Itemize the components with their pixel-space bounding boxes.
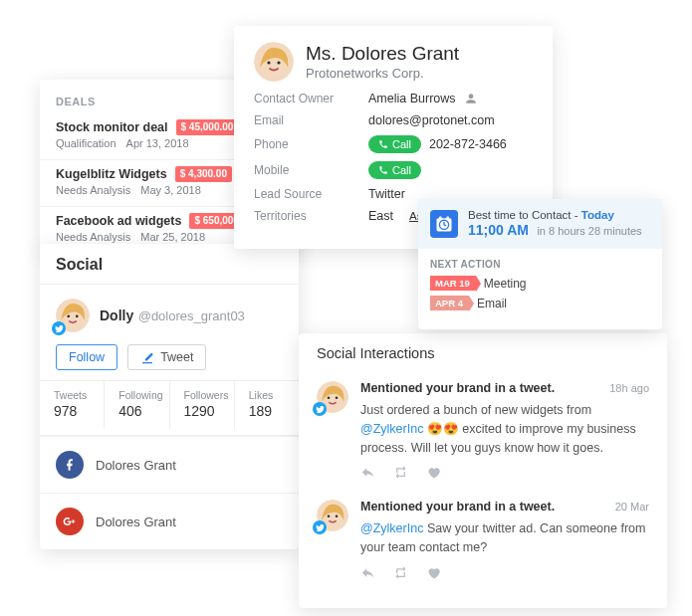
- avatar: [254, 42, 294, 82]
- twitter-display-name: Dolly: [100, 308, 133, 323]
- google-name: Dolores Grant: [96, 514, 176, 529]
- contact-phone: 202-872-3466: [429, 137, 507, 151]
- social-google-row[interactable]: Dolores Grant: [40, 493, 299, 549]
- contact-name: Ms. Dolores Grant: [306, 43, 459, 65]
- follow-button[interactable]: Follow: [56, 344, 117, 370]
- deal-date: May 3, 2018: [140, 184, 201, 196]
- deal-stage: Qualification: [56, 137, 116, 149]
- deal-date: Mar 25, 2018: [140, 231, 205, 243]
- best-time-today: Today: [581, 209, 614, 221]
- social-heading: Social: [40, 244, 299, 285]
- deal-stage: Needs Analysis: [56, 184, 130, 196]
- twitter-icon: [313, 520, 327, 534]
- like-icon[interactable]: [426, 565, 441, 580]
- facebook-icon: [56, 451, 84, 479]
- field-label-lead-source: Lead Source: [254, 187, 368, 201]
- retweet-icon[interactable]: [393, 565, 408, 580]
- field-label-mobile: Mobile: [254, 163, 368, 177]
- deal-amount-badge: $ 4,300.00: [175, 166, 232, 182]
- best-time-label: Best time to Contact -: [468, 209, 581, 221]
- next-action-item[interactable]: APR 4 Email: [430, 296, 650, 310]
- alarm-clock-icon: [430, 210, 458, 238]
- next-action-text: Email: [477, 297, 507, 310]
- best-time-sub: in 8 hours 28 minutes: [537, 225, 641, 237]
- tweet-heading: Mentioned your brand in a tweet.: [360, 500, 555, 513]
- stat-following[interactable]: Following 406: [105, 381, 169, 429]
- phone-icon: [378, 139, 388, 149]
- contact-lead-source: Twitter: [368, 187, 405, 201]
- like-icon[interactable]: [426, 465, 441, 480]
- twitter-icon: [52, 321, 66, 335]
- mention-link[interactable]: @ZylkerInc: [360, 422, 423, 436]
- tweet-text: Just ordered a bunch of new widgets from…: [360, 401, 649, 457]
- contact-company: Protonetworks Corp.: [306, 66, 459, 81]
- field-label-territories: Territories: [254, 209, 368, 223]
- avatar: [317, 381, 348, 413]
- tweet-button-label: Tweet: [160, 350, 193, 364]
- tweet-item: Mentioned your brand in a tweet. 18h ago…: [317, 373, 649, 492]
- stat-likes[interactable]: Likes 189: [235, 381, 299, 429]
- tweet-text: @ZylkerInc Saw your twitter ad. Can some…: [360, 519, 649, 557]
- twitter-icon: [313, 402, 327, 416]
- tweet-heading: Mentioned your brand in a tweet.: [360, 381, 555, 395]
- contact-owner: Amelia Burrows: [368, 92, 456, 105]
- avatar: [56, 299, 90, 332]
- reply-icon[interactable]: [360, 565, 375, 580]
- best-time-value: 11;00 AM: [468, 222, 529, 238]
- contact-email: dolores@protonet.com: [368, 113, 495, 127]
- phone-icon: [378, 165, 388, 175]
- deal-name: Kugelblitz Widgets: [56, 167, 167, 181]
- date-flag: APR 4: [430, 296, 469, 310]
- deal-stage: Needs Analysis: [56, 231, 130, 243]
- tweet-time: 18h ago: [609, 382, 649, 394]
- field-label-email: Email: [254, 113, 368, 127]
- next-action-heading: NEXT ACTION: [430, 259, 650, 270]
- field-label-owner: Contact Owner: [254, 92, 368, 105]
- date-flag: MAR 19: [430, 276, 476, 291]
- social-twitter-box: Dolly @dolores_grant03 Follow Tweet Twee…: [40, 285, 299, 436]
- deal-name: Stock monitor deal: [56, 120, 168, 134]
- stat-followers[interactable]: Followers 1290: [170, 381, 235, 429]
- call-button-mobile[interactable]: Call: [368, 161, 421, 179]
- social-card: Social Dolly @dolores_grant03 Follow Twe…: [40, 244, 299, 549]
- contact-territories: East: [368, 209, 393, 223]
- field-label-phone: Phone: [254, 137, 368, 151]
- social-interactions-heading: Social Interactions: [317, 345, 649, 361]
- google-plus-icon: [56, 508, 84, 535]
- twitter-handle: @dolores_grant03: [138, 308, 245, 323]
- compose-icon: [140, 350, 154, 364]
- avatar: [317, 500, 348, 531]
- retweet-icon[interactable]: [393, 465, 408, 480]
- reply-icon[interactable]: [360, 465, 375, 480]
- deal-date: Apr 13, 2018: [126, 137, 189, 149]
- mention-link[interactable]: @ZylkerInc: [360, 521, 423, 535]
- person-icon: [464, 92, 478, 105]
- next-action-text: Meeting: [484, 277, 527, 291]
- social-facebook-row[interactable]: Dolores Grant: [40, 436, 299, 493]
- social-interactions-card: Social Interactions Mentioned your brand…: [299, 333, 667, 608]
- tweet-time: 20 Mar: [615, 501, 649, 513]
- stat-tweets[interactable]: Tweets 978: [40, 381, 105, 429]
- facebook-name: Dolores Grant: [96, 458, 176, 473]
- deal-name: Facebook ad widgets: [56, 214, 181, 228]
- tweet-button[interactable]: Tweet: [127, 344, 206, 370]
- tweet-item: Mentioned your brand in a tweet. 20 Mar …: [317, 492, 649, 592]
- deal-amount-badge: $ 45,000.00: [176, 119, 239, 135]
- best-time-card: Best time to Contact - Today 11;00 AM in…: [418, 199, 662, 329]
- call-button-phone[interactable]: Call: [368, 135, 421, 153]
- next-action-item[interactable]: MAR 19 Meeting: [430, 276, 650, 291]
